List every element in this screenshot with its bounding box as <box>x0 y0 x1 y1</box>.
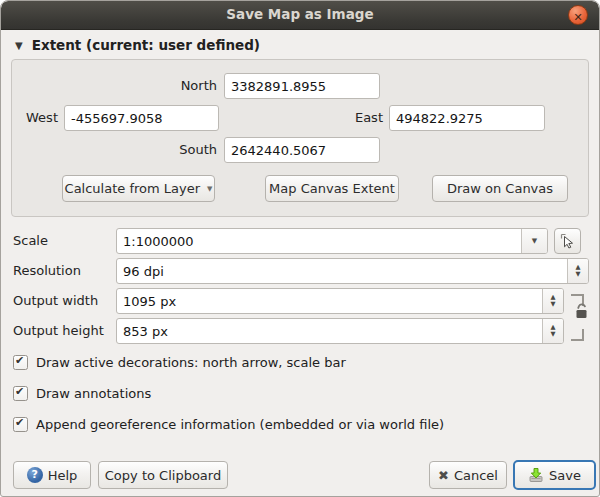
cancel-label: Cancel <box>454 468 498 483</box>
draw-annotations-option[interactable]: ✔ Draw annotations <box>13 384 151 402</box>
output-height-input[interactable] <box>117 319 542 343</box>
north-input[interactable] <box>224 73 380 99</box>
draw-annotations-label: Draw annotations <box>36 386 151 401</box>
resolution-spinbox[interactable]: ▲ ▼ <box>116 258 589 284</box>
west-input[interactable] <box>64 105 219 131</box>
check-icon: ✔ <box>15 354 24 367</box>
save-map-as-image-dialog: Save Map as Image ✕ ▼ Extent (current: u… <box>0 0 600 497</box>
chevron-down-icon: ▼ <box>207 185 212 193</box>
append-georeference-checkbox[interactable]: ✔ <box>13 417 28 432</box>
scale-label: Scale <box>13 228 48 254</box>
map-canvas-extent-button[interactable]: Map Canvas Extent <box>265 175 399 202</box>
west-label: West <box>16 105 58 131</box>
draw-decorations-option[interactable]: ✔ Draw active decorations: north arrow, … <box>13 353 346 371</box>
cancel-button[interactable]: ✖ Cancel <box>429 461 507 489</box>
append-georeference-option[interactable]: ✔ Append georeference information (embed… <box>13 415 444 433</box>
calculate-from-layer-button[interactable]: Calculate from Layer ▼ <box>62 175 215 202</box>
draw-decorations-label: Draw active decorations: north arrow, sc… <box>36 355 346 370</box>
calculate-from-layer-label: Calculate from Layer <box>65 181 200 196</box>
output-height-spin-buttons[interactable]: ▲ ▼ <box>542 319 563 343</box>
help-icon: ? <box>27 467 43 483</box>
scale-combobox[interactable]: ▼ <box>116 228 548 254</box>
copy-to-clipboard-label: Copy to Clipboard <box>105 468 221 483</box>
check-icon: ✔ <box>15 416 24 429</box>
output-width-spinbox[interactable]: ▲ ▼ <box>116 288 564 314</box>
scale-input[interactable] <box>117 229 521 253</box>
help-label: Help <box>48 468 78 483</box>
north-label: North <box>12 73 217 99</box>
east-label: East <box>242 105 383 131</box>
help-button[interactable]: ? Help <box>13 461 91 489</box>
extent-group-header[interactable]: ▼ Extent (current: user defined) <box>15 37 260 53</box>
south-input[interactable] <box>224 137 380 163</box>
draw-on-canvas-button[interactable]: Draw on Canvas <box>432 175 568 202</box>
set-scale-from-canvas-button[interactable] <box>554 228 581 254</box>
copy-to-clipboard-button[interactable]: Copy to Clipboard <box>98 461 228 489</box>
save-button[interactable]: Save <box>513 460 596 490</box>
save-label: Save <box>549 468 581 483</box>
output-height-spinbox[interactable]: ▲ ▼ <box>116 318 564 344</box>
resolution-input[interactable] <box>117 259 567 283</box>
append-georeference-label: Append georeference information (embedde… <box>36 417 444 432</box>
resolution-label: Resolution <box>13 258 81 284</box>
window-title: Save Map as Image <box>1 6 599 22</box>
south-label: South <box>12 137 217 163</box>
output-height-label: Output height <box>13 318 104 344</box>
extent-groupbox: North West East South Calculate from Lay… <box>11 59 589 217</box>
spin-down-icon: ▼ <box>576 271 581 278</box>
draw-on-canvas-label: Draw on Canvas <box>447 181 553 196</box>
close-icon: ✕ <box>573 11 582 24</box>
cancel-x-icon: ✖ <box>438 468 449 483</box>
map-cursor-icon <box>560 233 576 249</box>
draw-decorations-checkbox[interactable]: ✔ <box>13 355 28 370</box>
titlebar[interactable]: Save Map as Image ✕ <box>1 1 599 30</box>
scale-dropdown-button[interactable]: ▼ <box>521 229 547 253</box>
close-button[interactable]: ✕ <box>568 5 588 25</box>
save-icon <box>528 467 544 483</box>
link-bracket-bottom <box>571 329 584 341</box>
map-canvas-extent-label: Map Canvas Extent <box>269 181 395 196</box>
spin-down-icon: ▼ <box>551 331 556 338</box>
check-icon: ✔ <box>15 385 24 398</box>
output-width-label: Output width <box>13 288 98 314</box>
east-input[interactable] <box>389 105 545 131</box>
resolution-spin-buttons[interactable]: ▲ ▼ <box>567 259 588 283</box>
draw-annotations-checkbox[interactable]: ✔ <box>13 386 28 401</box>
extent-group-title: Extent (current: user defined) <box>32 37 260 53</box>
unlocked-padlock-icon[interactable] <box>572 301 592 323</box>
output-width-input[interactable] <box>117 289 542 313</box>
chevron-down-icon: ▼ <box>532 237 537 245</box>
collapse-arrow-icon[interactable]: ▼ <box>15 40 23 51</box>
output-width-spin-buttons[interactable]: ▲ ▼ <box>542 289 563 313</box>
spin-down-icon: ▼ <box>551 301 556 308</box>
